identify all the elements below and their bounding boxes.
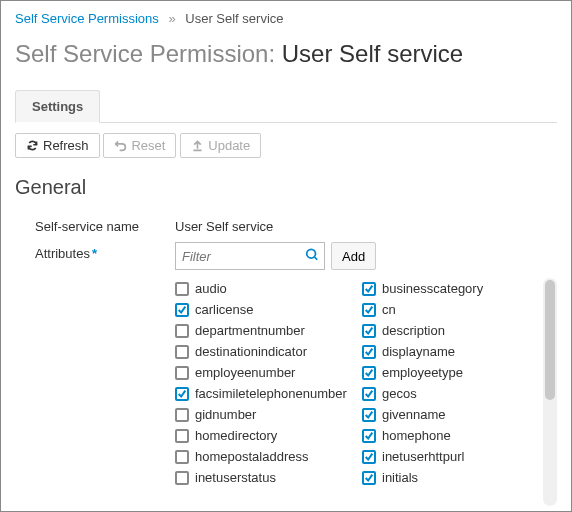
- scrollbar-thumb[interactable]: [545, 280, 555, 400]
- checkbox[interactable]: [362, 345, 376, 359]
- checkbox[interactable]: [175, 366, 189, 380]
- attribute-item: description: [362, 320, 539, 341]
- required-indicator: *: [92, 246, 97, 261]
- refresh-icon: [26, 139, 39, 152]
- attribute-label: destinationindicator: [195, 344, 307, 359]
- attribute-label: cn: [382, 302, 396, 317]
- reset-button[interactable]: Reset: [103, 133, 176, 158]
- attribute-label: inetuserstatus: [195, 470, 276, 485]
- checkbox[interactable]: [175, 387, 189, 401]
- checkbox[interactable]: [362, 387, 376, 401]
- attribute-item: employeenumber: [175, 362, 352, 383]
- attribute-label: businesscategory: [382, 281, 483, 296]
- attribute-item: employeetype: [362, 362, 539, 383]
- attribute-item: carlicense: [175, 299, 352, 320]
- update-label: Update: [208, 138, 250, 153]
- checkbox[interactable]: [175, 450, 189, 464]
- breadcrumb-root-link[interactable]: Self Service Permissions: [15, 11, 159, 26]
- section-heading-general: General: [15, 176, 557, 199]
- checkbox[interactable]: [362, 282, 376, 296]
- attribute-item: inetuserstatus: [175, 467, 352, 488]
- attribute-label: homepostaladdress: [195, 449, 308, 464]
- attribute-label: initials: [382, 470, 418, 485]
- page-title-prefix: Self Service Permission:: [15, 40, 275, 67]
- undo-icon: [114, 139, 127, 152]
- checkbox[interactable]: [175, 282, 189, 296]
- attribute-item: departmentnumber: [175, 320, 352, 341]
- checkbox[interactable]: [362, 429, 376, 443]
- attribute-item: destinationindicator: [175, 341, 352, 362]
- checkbox[interactable]: [175, 408, 189, 422]
- checkbox[interactable]: [362, 408, 376, 422]
- attribute-item: homepostaladdress: [175, 446, 352, 467]
- attribute-item: homephone: [362, 425, 539, 446]
- self-service-name-label: Self-service name: [15, 215, 175, 234]
- checkbox[interactable]: [175, 303, 189, 317]
- checkbox[interactable]: [362, 366, 376, 380]
- breadcrumb: Self Service Permissions » User Self ser…: [15, 11, 557, 26]
- attribute-label: employeetype: [382, 365, 463, 380]
- attributes-column-left: audiocarlicensedepartmentnumberdestinati…: [175, 278, 352, 488]
- attribute-item: initials: [362, 467, 539, 488]
- attributes-column-right: businesscategorycndescriptiondisplayname…: [362, 278, 539, 488]
- attribute-item: audio: [175, 278, 352, 299]
- attribute-label: homephone: [382, 428, 451, 443]
- refresh-button[interactable]: Refresh: [15, 133, 100, 158]
- attribute-label: facsimiletelephonenumber: [195, 386, 347, 401]
- attribute-label: gecos: [382, 386, 417, 401]
- checkbox[interactable]: [362, 303, 376, 317]
- attribute-item: gidnumber: [175, 404, 352, 425]
- attribute-item: homedirectory: [175, 425, 352, 446]
- attribute-item: cn: [362, 299, 539, 320]
- attributes-label: Attributes*: [15, 242, 175, 261]
- checkbox[interactable]: [175, 471, 189, 485]
- attribute-label: description: [382, 323, 445, 338]
- attribute-label: departmentnumber: [195, 323, 305, 338]
- checkbox[interactable]: [175, 324, 189, 338]
- attribute-item: inetuserhttpurl: [362, 446, 539, 467]
- checkbox[interactable]: [175, 345, 189, 359]
- reset-label: Reset: [131, 138, 165, 153]
- self-service-name-value: User Self service: [175, 215, 557, 234]
- tab-settings[interactable]: Settings: [15, 90, 100, 123]
- tabs: Settings: [15, 90, 557, 123]
- scrollbar-track[interactable]: [543, 278, 557, 506]
- attribute-label: homedirectory: [195, 428, 277, 443]
- page-title-entity: User Self service: [282, 40, 463, 67]
- attribute-label: gidnumber: [195, 407, 256, 422]
- attribute-label: carlicense: [195, 302, 254, 317]
- add-button[interactable]: Add: [331, 242, 376, 270]
- upload-icon: [191, 139, 204, 152]
- attribute-label: employeenumber: [195, 365, 295, 380]
- checkbox[interactable]: [362, 450, 376, 464]
- breadcrumb-separator: »: [168, 11, 175, 26]
- checkbox[interactable]: [362, 324, 376, 338]
- attribute-item: gecos: [362, 383, 539, 404]
- checkbox[interactable]: [362, 471, 376, 485]
- page-title: Self Service Permission: User Self servi…: [15, 40, 557, 68]
- attribute-item: facsimiletelephonenumber: [175, 383, 352, 404]
- filter-input[interactable]: [175, 242, 325, 270]
- checkbox[interactable]: [175, 429, 189, 443]
- attribute-label: givenname: [382, 407, 446, 422]
- attribute-label: audio: [195, 281, 227, 296]
- breadcrumb-current: User Self service: [185, 11, 283, 26]
- attribute-item: businesscategory: [362, 278, 539, 299]
- attribute-item: givenname: [362, 404, 539, 425]
- attribute-label: displayname: [382, 344, 455, 359]
- action-bar: Refresh Reset Update: [15, 133, 557, 158]
- refresh-label: Refresh: [43, 138, 89, 153]
- attribute-label: inetuserhttpurl: [382, 449, 464, 464]
- update-button[interactable]: Update: [180, 133, 261, 158]
- attribute-item: displayname: [362, 341, 539, 362]
